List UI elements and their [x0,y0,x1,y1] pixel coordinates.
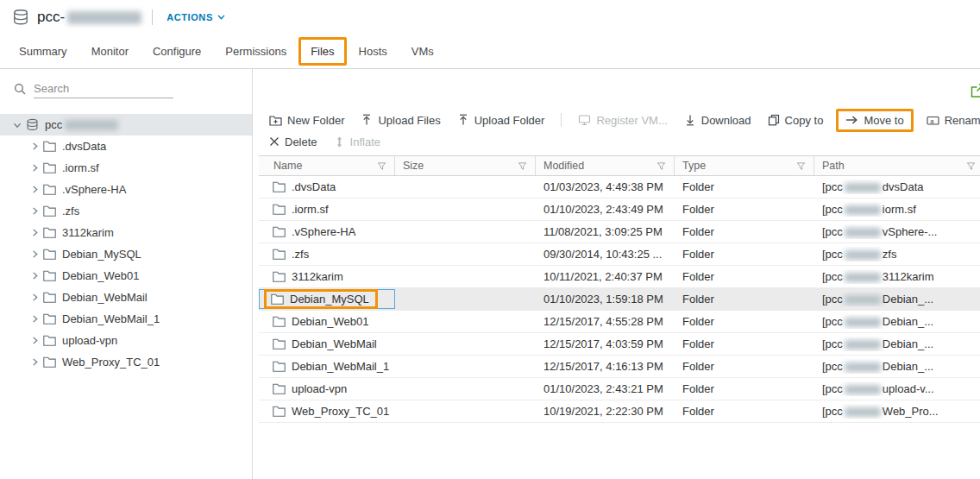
chevron-right-icon[interactable] [28,250,41,258]
redacted-text [845,250,881,260]
column-header-type[interactable]: Type [675,156,814,175]
folder-icon [43,184,56,195]
tree-item-debian-webmail-1[interactable]: Debian_WebMail_1 [0,308,252,330]
table-row[interactable]: 3112karim 10/11/2021, 2:40:37 PM Folder … [259,266,980,288]
file-name: Web_Proxy_TC_01 [292,405,389,418]
table-row[interactable]: Web_Proxy_TC_01 10/19/2021, 2:22:30 PM F… [259,400,980,423]
redacted-text [845,407,881,417]
tab-vms[interactable]: VMs [399,37,446,66]
open-in-new-window-icon[interactable] [970,83,980,101]
tree-item-debian-web01[interactable]: Debian_Web01 [0,265,252,287]
tab-hosts[interactable]: Hosts [347,37,399,66]
folder-tree-panel: pcc .dvsData .iorm.sf .vSpher [0,69,253,479]
chevron-right-icon[interactable] [28,229,41,236]
file-name: .zfs [292,248,309,261]
table-row[interactable]: .zfs 09/30/2014, 10:43:25 ... Folder [pc… [259,243,980,266]
upload-files-button[interactable]: Upload Files [361,114,440,127]
new-folder-button[interactable]: New Folder [269,114,344,127]
file-name-cell[interactable]: 3112karim [259,270,395,283]
filter-icon[interactable] [518,161,527,171]
chevron-right-icon[interactable] [28,186,41,193]
tab-permissions[interactable]: Permissions [213,37,298,66]
table-row[interactable]: Debian_Web01 12/15/2017, 4:55:28 PM Fold… [259,311,980,333]
delete-button[interactable]: Delete [269,136,317,148]
file-name-cell[interactable]: Web_Proxy_TC_01 [259,405,395,418]
tree-root-datastore[interactable]: pcc [0,114,252,136]
tree-item-dvsdata[interactable]: .dvsData [0,136,252,157]
action-label: Move to [864,114,903,127]
chevron-right-icon[interactable] [28,315,41,323]
file-name-cell[interactable]: .iorm.sf [259,203,395,216]
tab-monitor[interactable]: Monitor [79,37,141,66]
tab-summary[interactable]: Summary [7,37,79,66]
download-button[interactable]: Download [684,114,751,127]
file-name-cell[interactable]: upload-vpn [259,382,395,395]
tree-item-upload-vpn[interactable]: upload-vpn [0,330,252,351]
filter-icon[interactable] [796,161,806,171]
column-header-path[interactable]: Path [814,156,980,175]
folder-icon [271,293,284,305]
tree-item-zfs[interactable]: .zfs [0,200,252,222]
column-header-size[interactable]: Size [395,156,536,175]
copy-to-button[interactable]: Copy to [768,114,824,127]
redacted-text [845,183,881,192]
rename-to-button[interactable]: a Rename to [927,114,980,127]
chevron-right-icon[interactable] [28,358,41,366]
chevron-right-icon[interactable] [28,164,41,172]
file-path-cell: [pccDebian_... [814,359,980,373]
tree-item-debian-webmail[interactable]: Debian_WebMail [0,287,252,308]
tree-item-web-proxy-tc-01[interactable]: Web_Proxy_TC_01 [0,351,252,373]
content-area: pcc .dvsData .iorm.sf .vSpher [0,69,980,479]
path-prefix: [pcc [822,406,843,419]
table-row[interactable]: Debian_WebMail 12/15/2017, 4:03:59 PM Fo… [259,333,980,356]
filter-icon[interactable] [377,161,386,171]
file-modified-cell: 01/10/2023, 1:59:18 PM [536,293,675,306]
filter-icon[interactable] [966,161,976,171]
file-name-cell[interactable]: .dvsData [259,180,395,193]
file-name-cell[interactable]: Debian_WebMail_1 [259,360,395,373]
table-row[interactable]: .iorm.sf 01/10/2023, 2:43:49 PM Folder [… [259,199,980,221]
chevron-right-icon[interactable] [28,293,41,301]
actions-menu-button[interactable]: ACTIONS [166,12,225,22]
inflate-button: Inflate [334,136,380,148]
tab-files[interactable]: Files [298,37,346,66]
table-row[interactable]: .vSphere-HA 11/08/2021, 3:09:25 PM Folde… [259,221,980,243]
table-row-selected[interactable]: Debian_MySQL 01/10/2023, 1:59:18 PM Fold… [259,288,980,311]
filter-icon[interactable] [656,161,666,171]
chevron-right-icon[interactable] [28,272,41,280]
move-to-button[interactable]: Move to [836,109,913,132]
file-name-cell[interactable]: Debian_WebMail [259,337,395,350]
file-name: .vSphere-HA [292,225,355,238]
chevron-right-icon[interactable] [28,337,41,344]
chevron-right-icon[interactable] [28,207,41,215]
object-header: pcc- ACTIONS [0,0,980,35]
column-header-modified[interactable]: Modified [536,156,675,175]
tree-item-iormsf[interactable]: .iorm.sf [0,157,252,179]
file-name-cell[interactable]: Debian_Web01 [259,315,395,328]
tab-configure[interactable]: Configure [141,37,213,66]
column-label: Type [682,160,706,172]
upload-folder-button[interactable]: Upload Folder [457,114,545,127]
search-input[interactable] [34,79,173,98]
file-type-cell: Folder [675,315,814,328]
redacted-text [65,120,118,130]
tree-item-vsphere-ha[interactable]: .vSphere-HA [0,179,252,200]
folder-icon [273,316,286,327]
table-row[interactable]: .dvsData 01/03/2023, 4:49:38 PM Folder [… [259,176,980,199]
column-header-name[interactable]: Name [259,156,395,175]
file-name-cell[interactable]: .zfs [259,248,395,261]
tree-item-label: .vSphere-HA [62,183,126,196]
tree-item-3112karim[interactable]: 3112karim [0,222,252,243]
chevron-right-icon[interactable] [28,142,41,150]
search-icon [14,83,26,95]
tree-item-label: upload-vpn [62,334,117,347]
chevron-expanded-icon[interactable] [14,118,22,132]
table-row[interactable]: Debian_WebMail_1 12/15/2017, 4:16:13 PM … [259,356,980,378]
table-row[interactable]: upload-vpn 01/10/2023, 2:43:21 PM Folder… [259,378,980,400]
file-name-cell[interactable]: .vSphere-HA [259,225,395,238]
action-label: Rename to [945,114,980,127]
file-type-cell: Folder [675,203,814,216]
tree-item-debian-mysql[interactable]: Debian_MySQL [0,243,252,265]
file-name-cell[interactable]: Debian_MySQL [259,289,395,309]
path-suffix: iorm.sf [883,204,916,217]
